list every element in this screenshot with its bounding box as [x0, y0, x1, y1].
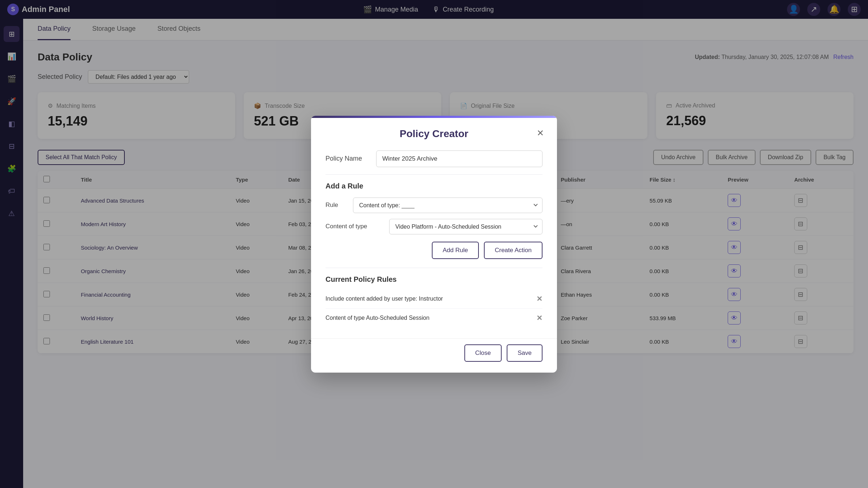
add-rule-button[interactable]: Add Rule [432, 242, 479, 259]
rule-label: Rule [326, 201, 347, 209]
policy-name-input[interactable] [376, 150, 542, 167]
add-rule-section: Add a Rule Rule Content of type: ____ Co… [326, 182, 542, 259]
rule-1-text: Include content added by user type: Inst… [326, 296, 443, 302]
remove-rule-1-button[interactable]: ✕ [536, 294, 542, 303]
modal-btn-row: Add Rule Create Action [326, 242, 542, 259]
add-rule-title: Add a Rule [326, 182, 542, 190]
content-type-label: Content of type [326, 223, 383, 230]
content-type-select[interactable]: Video Platform - Auto-Scheduled Session … [389, 219, 542, 234]
modal-close-button[interactable]: ✕ [534, 127, 547, 140]
current-rule-2: Content of type Auto-Scheduled Session ✕ [326, 309, 542, 327]
modal-footer-close-button[interactable]: Close [464, 344, 502, 362]
policy-name-label: Policy Name [326, 155, 369, 162]
create-action-button[interactable]: Create Action [484, 242, 542, 259]
modal-title: Policy Creator [400, 128, 468, 140]
remove-rule-2-button[interactable]: ✕ [536, 314, 542, 322]
policy-creator-modal: Policy Creator ✕ Policy Name Add a Rule … [311, 116, 557, 373]
rule-select[interactable]: Content of type: ____ Content added by u… [353, 198, 542, 213]
modal-header: Policy Creator ✕ [311, 118, 557, 147]
current-rules-title: Current Policy Rules [326, 275, 542, 284]
modal-divider-1 [326, 174, 542, 175]
modal-divider-2 [326, 268, 542, 268]
modal-body: Policy Name Add a Rule Rule Content of t… [311, 147, 557, 338]
current-rule-1: Include content added by user type: Inst… [326, 289, 542, 309]
current-policy-rules-section: Current Policy Rules Include content add… [326, 275, 542, 327]
content-type-row: Content of type Video Platform - Auto-Sc… [326, 219, 542, 234]
rule-2-text: Content of type Auto-Scheduled Session [326, 315, 429, 321]
policy-name-row: Policy Name [326, 150, 542, 167]
rule-row: Rule Content of type: ____ Content added… [326, 198, 542, 213]
modal-footer: Close Save [311, 338, 557, 373]
modal-overlay[interactable]: Policy Creator ✕ Policy Name Add a Rule … [0, 0, 868, 488]
modal-footer-save-button[interactable]: Save [507, 344, 542, 362]
